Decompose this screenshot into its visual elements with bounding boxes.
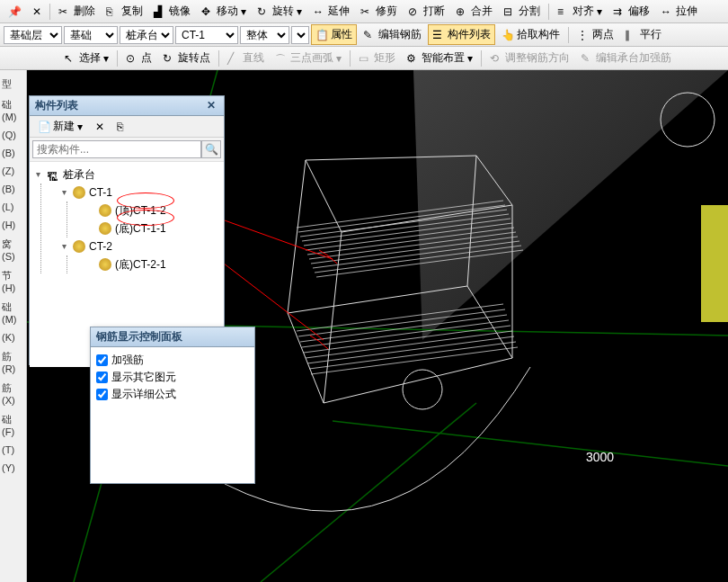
sidebar-item[interactable]: (B)	[0, 144, 26, 162]
svg-point-33	[403, 370, 442, 409]
component-list-panel: 构件列表 ✕ 📄新建 ▾ ✕ ⎘ 🔍 ▾🏗桩承台 ▾CT-1 (顶)CT-1-2…	[29, 95, 225, 365]
sidebar-item[interactable]: (L)	[0, 198, 26, 216]
sidebar-item[interactable]: (T)	[0, 441, 26, 459]
mirror-button[interactable]: ▟镜像	[149, 1, 195, 22]
sidebar-item[interactable]: 筋(R)	[0, 346, 26, 378]
panel-title-bar[interactable]: 钢筋显示控制面板	[91, 327, 254, 347]
panel-title-text: 构件列表	[35, 98, 78, 113]
tree-node-ct1[interactable]: ▾CT-1	[59, 184, 220, 201]
tree-node-ct1-bot[interactable]: (底)CT-1-1	[85, 219, 220, 237]
svg-line-26	[302, 320, 509, 347]
adjust-rebar-dir-button[interactable]: ⟲调整钢筋方向	[485, 48, 574, 68]
sidebar-item[interactable]: 窝(S)	[0, 234, 26, 265]
checkbox-show-formula[interactable]: 显示详细公式	[96, 387, 249, 402]
svg-line-2	[333, 421, 728, 466]
sidebar-item[interactable]: 础(F)	[0, 409, 26, 441]
properties-button[interactable]: 📋属性	[311, 24, 357, 45]
component-list-button[interactable]: ☰构件列表	[428, 24, 495, 45]
sidebar-item[interactable]: 节(H)	[0, 265, 26, 297]
checkbox-show-other[interactable]: 显示其它图元	[96, 370, 249, 385]
tree-node-ct2-bot[interactable]: (底)CT-2-1	[85, 255, 220, 273]
dimension-label: 3000	[586, 450, 614, 464]
sidebar-item[interactable]: (B)	[0, 180, 26, 198]
panel-title-text: 钢筋显示控制面板	[96, 329, 182, 345]
stretch-button[interactable]: ↔拉伸	[656, 1, 702, 22]
point-button[interactable]: ⊙点	[121, 48, 156, 68]
svg-line-29	[307, 336, 514, 363]
svg-line-31	[311, 347, 518, 374]
panel-toolbar: 📄新建 ▾ ✕ ⎘	[30, 116, 224, 138]
empty-select[interactable]	[291, 26, 309, 44]
svg-line-28	[306, 331, 512, 358]
copy-item-button[interactable]: ⎘	[112, 118, 128, 136]
left-sidebar: 型 础(M) (Q) (B) (Z) (B) (L) (H) 窝(S) 节(H)…	[0, 70, 27, 582]
foundation-select[interactable]: 基础	[64, 26, 118, 44]
gear-icon	[99, 222, 111, 235]
rect-button[interactable]: ▭矩形	[354, 48, 400, 68]
smart-layout-button[interactable]: ⚙智能布置 ▾	[402, 48, 477, 68]
sidebar-item[interactable]: (H)	[0, 216, 26, 234]
whole-select[interactable]: 整体	[240, 26, 289, 44]
rebar-display-panel: 钢筋显示控制面板 加强筋 显示其它图元 显示详细公式	[90, 327, 255, 484]
search-input[interactable]	[32, 140, 201, 158]
rotate-button[interactable]: ↻旋转 ▾	[253, 1, 306, 22]
gear-icon	[99, 258, 111, 271]
merge-button[interactable]: ⊕合并	[451, 1, 497, 22]
sidebar-item[interactable]: (Z)	[0, 162, 26, 180]
sidebar-item[interactable]: (K)	[0, 328, 26, 346]
gear-icon	[99, 204, 111, 217]
toolbar-component: 基础层 基础 桩承台 CT-1 整体 📋属性 ✎编辑钢筋 ☰构件列表 👆拾取构件…	[0, 23, 728, 47]
gear-icon	[73, 186, 85, 199]
component-tree: ▾🏗桩承台 ▾CT-1 (顶)CT-1-2 (底)CT-1-1 ▾CT-2 (底…	[30, 162, 224, 277]
svg-line-24	[298, 309, 505, 336]
sidebar-item[interactable]: (Y)	[0, 459, 26, 477]
edit-cap-rebar-button[interactable]: ✎编辑承台加强筋	[576, 48, 676, 68]
checkbox-reinforcement[interactable]: 加强筋	[96, 353, 249, 368]
gear-icon	[73, 240, 85, 253]
offset-button[interactable]: ⇉偏移	[608, 1, 654, 22]
parallel-button[interactable]: ∥平行	[620, 24, 666, 45]
sidebar-item[interactable]: 础(M)	[0, 94, 26, 126]
tree-node-ct2[interactable]: ▾CT-2	[59, 237, 220, 255]
sidebar-item[interactable]: (Q)	[0, 126, 26, 144]
break-button[interactable]: ⊘打断	[404, 1, 449, 22]
select-button[interactable]: ↖选择 ▾	[59, 48, 113, 68]
align-button[interactable]: ≡对齐 ▾	[553, 1, 607, 22]
svg-rect-34	[701, 205, 728, 322]
sidebar-item[interactable]: 型	[0, 74, 26, 94]
delete-button[interactable]: ✂删除	[54, 1, 100, 22]
two-points-button[interactable]: ⋮两点	[573, 24, 618, 45]
pin-icon[interactable]: 📌	[4, 3, 26, 21]
trim-button[interactable]: ✂修剪	[356, 1, 402, 22]
arc-button[interactable]: ⌒三点画弧 ▾	[271, 48, 346, 68]
sidebar-item[interactable]: 础(M)	[0, 297, 26, 328]
toolbar-edit: 📌 ✕ ✂删除 ⎘复制 ▟镜像 ✥移动 ▾ ↻旋转 ▾ ↔延伸 ✂修剪 ⊘打断 …	[0, 0, 728, 23]
close-icon[interactable]: ✕	[204, 99, 218, 113]
move-button[interactable]: ✥移动 ▾	[197, 1, 251, 22]
search-button[interactable]: 🔍	[201, 140, 221, 158]
svg-line-4	[261, 403, 476, 582]
delete-item-button[interactable]: ✕	[91, 118, 109, 136]
component-select[interactable]: CT-1	[175, 26, 238, 44]
search-row: 🔍	[30, 138, 224, 162]
toolbar-draw: ↖选择 ▾ ⊙点 ↻旋转点 ╱直线 ⌒三点画弧 ▾ ▭矩形 ⚙智能布置 ▾ ⟲调…	[0, 47, 728, 70]
split-button[interactable]: ⊟分割	[499, 1, 545, 22]
panel-title-bar[interactable]: 构件列表 ✕	[30, 96, 224, 116]
tree-root[interactable]: ▾🏗桩承台	[33, 166, 220, 184]
svg-line-10	[324, 232, 342, 403]
rotate-point-button[interactable]: ↻旋转点	[158, 48, 215, 68]
svg-marker-0	[413, 70, 728, 340]
copy-button[interactable]: ⎘复制	[102, 1, 147, 22]
edit-rebar-button[interactable]: ✎编辑钢筋	[359, 24, 426, 45]
layer-select[interactable]: 基础层	[4, 26, 62, 44]
pick-component-button[interactable]: 👆拾取构件	[497, 24, 564, 45]
pilecap-select[interactable]: 桩承台	[120, 26, 173, 44]
svg-line-23	[297, 304, 503, 331]
sidebar-item[interactable]: 筋(X)	[0, 378, 26, 409]
extend-button[interactable]: ↔延伸	[308, 1, 354, 22]
new-button[interactable]: 📄新建 ▾	[33, 116, 87, 137]
line-button[interactable]: ╱直线	[223, 48, 269, 68]
close-icon[interactable]: ✕	[28, 3, 46, 21]
tree-node-ct1-top[interactable]: (顶)CT-1-2	[85, 201, 220, 219]
